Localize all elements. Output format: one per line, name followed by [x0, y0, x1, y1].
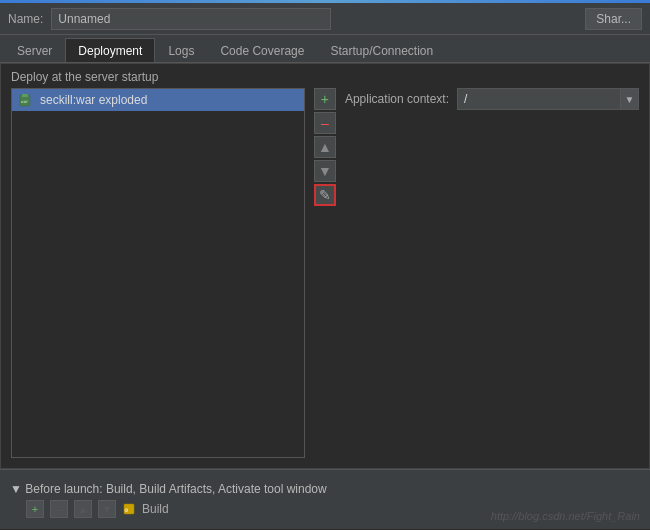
share-button[interactable]: Shar...: [585, 8, 642, 30]
watermark: http://blog.csdn.net/Fight_Rain: [491, 510, 640, 522]
main-content: Deploy at the server startup war seckill…: [0, 63, 650, 469]
right-panel: Application context: ▼: [345, 88, 639, 458]
context-row: Application context: ▼: [345, 88, 639, 110]
remove-artifact-button[interactable]: –: [314, 112, 336, 134]
before-launch-up-button[interactable]: ▲: [74, 500, 92, 518]
move-up-button[interactable]: ▲: [314, 136, 336, 158]
section-label: Deploy at the server startup: [1, 64, 649, 88]
before-launch-add-button[interactable]: +: [26, 500, 44, 518]
tab-logs[interactable]: Logs: [155, 38, 207, 62]
artifact-list: war seckill:war exploded: [11, 88, 305, 458]
tab-startup-connection[interactable]: Startup/Connection: [317, 38, 446, 62]
artifact-list-container: war seckill:war exploded: [11, 88, 305, 458]
build-icon: ⚙: [122, 502, 136, 516]
build-item-label: Build: [142, 502, 169, 516]
artifact-name: seckill:war exploded: [40, 93, 147, 107]
add-artifact-button[interactable]: +: [314, 88, 336, 110]
context-input-wrapper: ▼: [457, 88, 639, 110]
artifact-item[interactable]: war seckill:war exploded: [12, 89, 304, 111]
tab-deployment[interactable]: Deployment: [65, 38, 155, 62]
context-input[interactable]: [458, 89, 620, 109]
context-dropdown-button[interactable]: ▼: [620, 89, 638, 109]
edit-artifact-button[interactable]: ✎: [314, 184, 336, 206]
tabs-bar: Server Deployment Logs Code Coverage Sta…: [0, 35, 650, 63]
tab-server[interactable]: Server: [4, 38, 65, 62]
before-launch-header[interactable]: ▼ Before launch: Build, Build Artifacts,…: [10, 482, 640, 496]
name-input[interactable]: [51, 8, 331, 30]
before-launch-label: ▼ Before launch: Build, Build Artifacts,…: [10, 482, 327, 496]
context-label: Application context:: [345, 92, 449, 106]
name-label: Name:: [8, 12, 43, 26]
svg-text:war: war: [21, 99, 29, 104]
svg-rect-1: [22, 94, 28, 97]
svg-text:⚙: ⚙: [125, 506, 129, 513]
action-buttons: + – ▲ ▼ ✎: [313, 88, 337, 458]
before-launch-down-button[interactable]: ▼: [98, 500, 116, 518]
war-icon: war: [18, 92, 34, 108]
title-bar: Name: Shar...: [0, 3, 650, 35]
deploy-area: war seckill:war exploded + – ▲ ▼ ✎ Appli…: [1, 88, 649, 468]
before-launch-remove-button[interactable]: –: [50, 500, 68, 518]
move-down-button[interactable]: ▼: [314, 160, 336, 182]
tab-code-coverage[interactable]: Code Coverage: [207, 38, 317, 62]
